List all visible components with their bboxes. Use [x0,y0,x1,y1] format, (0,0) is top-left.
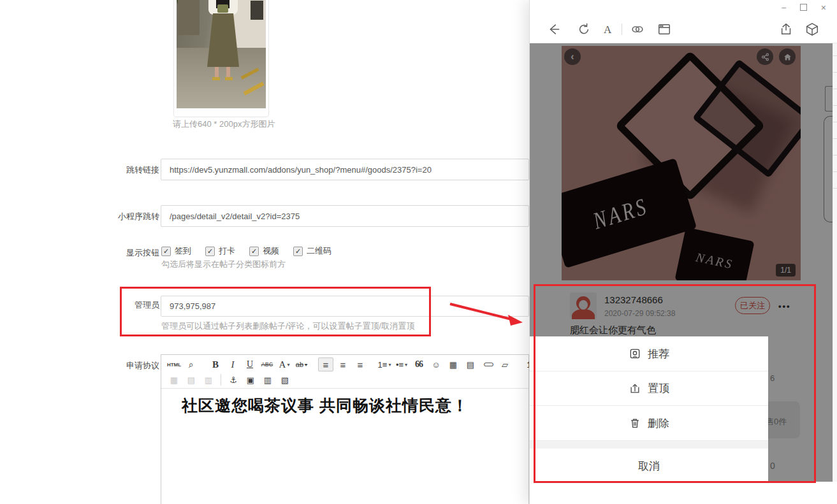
paste-icon[interactable]: ▧ [277,373,293,387]
agreement-heading: 社区邀您喝茶议事 共同畅谈社情民意！ [182,395,528,416]
checkbox-label: 打卡 [219,245,235,257]
admins-input[interactable] [161,296,529,317]
editor-content[interactable]: 社区邀您喝茶议事 共同畅谈社情民意！ [161,388,528,416]
image-frame-icon[interactable]: ▣ [243,373,258,387]
close-button[interactable]: × [821,3,826,12]
browser-toolbar: A [530,16,837,43]
preview-icon[interactable]: ⌕ [184,357,199,371]
share-icon[interactable] [780,22,794,36]
checkbox[interactable]: ✓ [293,247,303,256]
checkbox[interactable]: ✓ [249,247,259,256]
action-label: 置顶 [648,381,669,396]
highlight-icon[interactable]: ab▾ [294,357,309,371]
font-color-icon[interactable]: A▾ [277,357,292,371]
agreement-label: 申请协议 [76,360,159,371]
action-label: 删除 [648,416,669,431]
underline-icon[interactable]: U [242,357,258,371]
link-icon[interactable]: ⊂⊃ [480,357,495,371]
checkbox-item[interactable]: ✓ 打卡 [205,245,235,257]
editor-toolbar-row1: HTML⌕BIUABCA▾ab▾≡≡≡1≡▾•≡▾66☺▦▤⊂⊃▱↥ [161,355,528,373]
checkbox[interactable]: ✓ [161,247,171,256]
checkbox-label: 二维码 [307,245,331,257]
link-icon[interactable] [630,22,644,36]
html-source-icon[interactable]: HTML [166,357,182,371]
admins-label: 管理员 [76,299,159,311]
checkbox-label: 签到 [175,245,191,257]
emoji-icon[interactable]: ☺ [428,357,444,371]
admins-hint: 管理员可以通过帖子列表删除帖子/评论，可以设置帖子置顶/取消置顶 [161,320,414,332]
phone-viewport: NARS NARS ‹ 1/1 13232748666 2020-07-29 [530,43,833,482]
toolbar-divider [221,374,221,385]
upload-image-box[interactable] [173,0,269,117]
maximize-button[interactable] [800,4,807,12]
ordered-list-icon[interactable]: 1≡▾ [377,357,392,371]
action-sheet: 推荐 置顶 删除 取消 [530,336,768,482]
checkbox[interactable]: ✓ [205,247,215,256]
bold-icon[interactable]: B [208,357,223,371]
table-icon[interactable]: ▦ [166,373,182,387]
mini-program-label: 小程序跳转 [76,211,159,222]
font-icon[interactable]: A [604,24,618,38]
action-cancel[interactable]: 取消 [530,449,768,482]
editor-toolbar-row2: ▦▤▥⚓▣▥▧ [161,373,528,388]
cube-icon[interactable] [805,22,819,36]
show-buttons-hint: 勾选后将显示在帖子分类图标前方 [161,259,286,270]
upload-photo [177,0,266,108]
blockquote-icon[interactable]: 66 [411,357,426,371]
window-controls: – × [782,3,826,12]
image-icon[interactable]: ▦ [446,357,461,371]
jump-link-label: 跳转链接 [76,164,159,176]
minimize-button[interactable]: – [782,4,786,11]
toolbar-divider [622,24,622,35]
preview-window: – × A [529,0,837,504]
refresh-icon[interactable] [577,22,591,36]
eraser-icon[interactable]: ▱ [497,357,513,371]
checkbox-label: 视频 [263,245,279,257]
strikethrough-icon[interactable]: ABC [259,357,275,371]
table-col-icon[interactable]: ▥ [201,373,216,387]
screen: 请上传640 * 200px方形图片 跳转链接 小程序跳转 显示按钮 ✓ 签到 … [0,0,837,504]
maximize-icon [800,4,807,11]
scrollbar[interactable] [833,43,837,482]
sheet-gap [530,441,768,449]
unordered-list-icon[interactable]: •≡▾ [394,357,409,371]
checkbox-item[interactable]: ✓ 签到 [161,245,191,257]
action-delete[interactable]: 删除 [530,406,768,441]
action-label: 取消 [638,459,660,473]
anchor-icon[interactable]: ⚓ [226,373,241,387]
mini-program-input[interactable] [161,205,529,227]
align-right-icon[interactable]: ≡ [353,357,368,371]
print-icon[interactable]: ▥ [260,373,275,387]
action-pin-top[interactable]: 置顶 [530,371,768,406]
pin-top-icon [629,382,641,395]
table-row-icon[interactable]: ▤ [184,373,199,387]
show-buttons-label: 显示按钮 [76,247,159,259]
action-recommend[interactable]: 推荐 [530,336,768,371]
italic-icon[interactable]: I [225,357,240,371]
jump-link-input[interactable] [161,159,529,180]
show-buttons-group: ✓ 签到 ✓ 打卡 ✓ 视频 ✓ 二维码 [161,245,331,257]
recommend-icon [629,347,641,360]
align-left-icon[interactable]: ≡ [318,357,333,371]
browser-icon[interactable] [657,22,671,36]
upload-caption: 请上传640 * 200px方形图片 [173,119,275,130]
checkbox-item[interactable]: ✓ 视频 [249,245,279,257]
delete-icon [629,417,641,429]
rich-text-editor[interactable]: HTML⌕BIUABCA▾ab▾≡≡≡1≡▾•≡▾66☺▦▤⊂⊃▱↥ ▦▤▥⚓▣… [161,354,529,504]
checkbox-item[interactable]: ✓ 二维码 [293,245,331,257]
back-icon[interactable] [547,22,561,36]
action-label: 推荐 [648,347,669,361]
media-icon[interactable]: ▤ [463,357,478,371]
align-center-icon[interactable]: ≡ [335,357,351,371]
